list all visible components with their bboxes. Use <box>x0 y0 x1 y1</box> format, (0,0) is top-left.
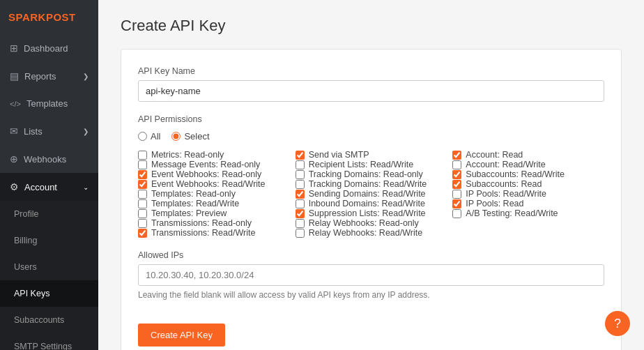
sidebar-item-templates[interactable]: </> Templates <box>0 90 98 117</box>
sidebar-item-webhooks[interactable]: ⊕ Webhooks <box>0 145 98 173</box>
webhooks-icon: ⊕ <box>10 153 18 165</box>
sidebar-item-dashboard[interactable]: ⊞ Dashboard <box>0 34 98 62</box>
checkbox-recipient-lists[interactable]: Recipient Lists: Read/Write <box>296 160 447 169</box>
sidebar-item-label: Webhooks <box>24 154 66 165</box>
api-permissions-label: API Permissions <box>138 114 604 124</box>
radio-select[interactable]: Select <box>171 131 209 142</box>
sidebar-item-users[interactable]: Users <box>0 254 98 280</box>
checkbox-tracking-write[interactable]: Tracking Domains: Read/Write <box>296 179 447 189</box>
radio-all-label: All <box>151 131 160 142</box>
checkbox-templates-read[interactable]: Templates: Read-only <box>138 189 290 199</box>
checkbox-account-read[interactable]: Account: Read <box>452 150 604 160</box>
dashboard-icon: ⊞ <box>10 43 18 54</box>
sidebar-item-subaccounts[interactable]: Subaccounts <box>0 307 98 333</box>
checkbox-suppression[interactable]: Suppression Lists: Read/Write <box>296 208 447 218</box>
checkbox-event-webhooks-read[interactable]: Event Webhooks: Read-only <box>138 169 290 179</box>
checkbox-smtp[interactable]: Send via SMTP <box>296 150 447 160</box>
checkbox-transmissions-read[interactable]: Transmissions: Read-only <box>138 218 290 228</box>
radio-select-input[interactable] <box>171 132 181 141</box>
col2-checkboxes: Send via SMTP Recipient Lists: Read/Writ… <box>296 150 447 238</box>
sidebar-item-smtp-settings[interactable]: SMTP Settings <box>0 333 98 350</box>
checkbox-transmissions-write[interactable]: Transmissions: Read/Write <box>138 228 290 238</box>
sidebar-sub-label: Profile <box>14 209 38 219</box>
app-logo: SPARKPOST <box>0 0 98 34</box>
checkbox-ip-pools-write[interactable]: IP Pools: Read/Write <box>452 189 604 199</box>
reports-icon: ▤ <box>10 70 19 82</box>
allowed-ips-group: Allowed IPs Leaving the field blank will… <box>138 250 604 300</box>
sidebar-item-lists[interactable]: ✉ Lists ❯ <box>0 117 98 145</box>
templates-icon: </> <box>10 100 21 108</box>
chevron-right-icon: ❯ <box>83 73 89 80</box>
sidebar-item-account[interactable]: ⚙ Account ⌄ <box>0 173 98 201</box>
sidebar-item-reports[interactable]: ▤ Reports ❯ <box>0 62 98 90</box>
sidebar-sub-label: Subaccounts <box>14 315 64 325</box>
lists-icon: ✉ <box>10 125 18 137</box>
col3-checkboxes: Account: Read Account: Read/Write Subacc… <box>452 150 604 238</box>
checkbox-account-write[interactable]: Account: Read/Write <box>452 160 604 169</box>
sidebar-sub-label: Billing <box>14 236 37 245</box>
account-icon: ⚙ <box>10 181 19 192</box>
sidebar-item-label: Account <box>24 182 57 192</box>
api-key-name-label: API Key Name <box>138 66 604 76</box>
question-mark-icon: ? <box>614 317 621 331</box>
sidebar-sub-label: API Keys <box>14 289 49 298</box>
checkbox-subaccounts-write[interactable]: Subaccounts: Read/Write <box>452 169 604 179</box>
checkbox-templates-preview[interactable]: Templates: Preview <box>138 208 290 218</box>
checkbox-sending-domains[interactable]: Sending Domains: Read/Write <box>296 189 447 199</box>
checkbox-tracking-read[interactable]: Tracking Domains: Read-only <box>296 169 447 179</box>
create-api-key-button[interactable]: Create API Key <box>138 324 225 347</box>
checkbox-templates-write[interactable]: Templates: Read/Write <box>138 199 290 208</box>
radio-select-label: Select <box>184 131 209 142</box>
checkbox-metrics-read[interactable]: Metrics: Read-only <box>138 150 290 160</box>
checkbox-relay-read[interactable]: Relay Webhooks: Read-only <box>296 218 447 228</box>
sidebar: SPARKPOST ⊞ Dashboard ▤ Reports ❯ </> Te… <box>0 0 98 350</box>
logo-accent: P <box>46 11 54 23</box>
sidebar-item-billing[interactable]: Billing <box>0 227 98 254</box>
checkbox-message-events[interactable]: Message Events: Read-only <box>138 160 290 169</box>
sidebar-item-profile[interactable]: Profile <box>0 201 98 227</box>
checkbox-event-webhooks-write[interactable]: Event Webhooks: Read/Write <box>138 179 290 189</box>
allowed-ips-input[interactable] <box>138 264 604 286</box>
api-permissions-group: API Permissions All Select Metrics: Read… <box>138 114 604 238</box>
main-content: Create API Key API Key Name API Permissi… <box>98 0 644 350</box>
radio-all[interactable]: All <box>138 131 160 142</box>
permissions-radio-group: All Select <box>138 131 604 142</box>
checkbox-inbound-domains[interactable]: Inbound Domains: Read/Write <box>296 199 447 208</box>
api-key-name-group: API Key Name <box>138 66 604 102</box>
page-title: Create API Key <box>121 17 622 35</box>
col1-checkboxes: Metrics: Read-only Message Events: Read-… <box>138 150 290 238</box>
chevron-right-icon: ❯ <box>83 128 89 135</box>
checkbox-subaccounts-read[interactable]: Subaccounts: Read <box>452 179 604 189</box>
sidebar-sub-label: SMTP Settings <box>14 342 72 350</box>
permissions-checkboxes: Metrics: Read-only Message Events: Read-… <box>138 150 604 238</box>
allowed-ips-note: Leaving the field blank will allow acces… <box>138 290 604 300</box>
create-api-key-card: API Key Name API Permissions All Select <box>121 49 622 350</box>
sidebar-item-label: Dashboard <box>24 43 68 54</box>
sidebar-item-label: Lists <box>24 126 43 137</box>
sidebar-sub-label: Users <box>14 262 37 272</box>
sidebar-item-label: Reports <box>24 71 56 82</box>
sidebar-item-label: Templates <box>26 98 68 109</box>
logo-rest: OST <box>53 11 75 23</box>
help-button[interactable]: ? <box>605 311 630 336</box>
radio-all-input[interactable] <box>138 132 147 141</box>
checkbox-ip-pools-read[interactable]: IP Pools: Read <box>452 199 604 208</box>
api-key-name-input[interactable] <box>138 80 604 102</box>
checkbox-ab-testing[interactable]: A/B Testing: Read/Write <box>452 208 604 218</box>
checkbox-relay-write[interactable]: Relay Webhooks: Read/Write <box>296 228 447 238</box>
sidebar-item-api-keys[interactable]: API Keys <box>0 280 98 307</box>
chevron-down-icon: ⌄ <box>83 183 89 191</box>
account-submenu: Profile Billing Users API Keys Subaccoun… <box>0 201 98 350</box>
allowed-ips-label: Allowed IPs <box>138 250 604 260</box>
